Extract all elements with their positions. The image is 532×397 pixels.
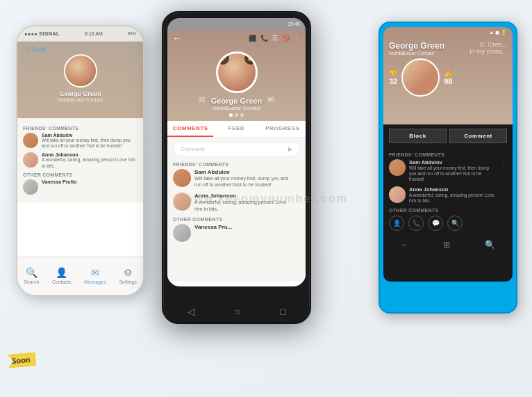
ios-signal: ●●●● SIGNAL <box>24 31 60 36</box>
android-tab-progress[interactable]: PROGRESS <box>260 121 306 137</box>
wp-name-row: George Green NumbBuster Contact G. Gree.… <box>383 38 513 58</box>
ios-tab-settings-label: Settings <box>119 279 136 284</box>
ios-comment-text-2: A wonderful, caring, amazing person! Lov… <box>42 157 138 169</box>
ios-comment-block-2: Anna Johanson A wonderful, caring, amazi… <box>42 152 138 169</box>
ios-header: ‹ < Back George Green NumbBuster Contact <box>17 42 143 118</box>
android-dislike-count: 32 <box>199 96 206 103</box>
like-icon: 👍 <box>444 70 452 77</box>
wp-windows-btn[interactable]: ⊞ <box>443 240 450 250</box>
avatar-face <box>65 56 96 86</box>
more-options-icon-1[interactable]: ⋮ <box>293 170 300 178</box>
ios-commenter-avatar-2 <box>23 152 38 168</box>
power-btn <box>143 89 144 113</box>
ios-other-comment-1: Vanessa Prutto <box>23 179 138 195</box>
ios-comment-2: Anna Johanson A wonderful, caring, amazi… <box>23 152 138 169</box>
messages-icon: ✉ <box>91 267 99 278</box>
android-page-dots <box>229 113 244 117</box>
android-comment-2: Anna Johanson A wonderful, caring, amazi… <box>173 193 300 213</box>
android-comment-text-1: Will take all your money first, dump you… <box>194 175 290 189</box>
wp-dislike-count: 32 <box>389 77 397 86</box>
ios-comment-block-1: Sam Abdulov Will take all your money fir… <box>42 133 138 149</box>
list-icon: ☰ <box>272 35 278 42</box>
android-comment-input-area[interactable]: Comment ▶ <box>173 142 300 156</box>
android-header-icons: ⬛ 📞 ☰ 🚫 ⋮ <box>249 35 300 42</box>
search-icon: 🔍 <box>26 267 38 278</box>
wp-search-bottom-btn[interactable]: 🔍 <box>485 240 495 250</box>
wp-other-section: OTHER COMMENTS <box>389 208 507 213</box>
ios-tab-messages[interactable]: ✉ Messages <box>84 267 106 284</box>
ios-contact-name: George Green <box>59 90 101 97</box>
android-status-bar: 15:45 <box>167 18 306 31</box>
wp-comment-block-1: Sam Abdulov Will take all your money fir… <box>409 159 497 183</box>
wp-name-truncated: G. Gree... <box>469 41 507 48</box>
wp-more-icon-2[interactable]: ⋮ <box>500 186 507 194</box>
ios-tab-contacts-label: Contacts <box>52 279 72 284</box>
wp-person-icon[interactable]: 👤 <box>389 216 404 231</box>
dot-2 <box>235 113 238 117</box>
wp-back-btn[interactable]: ← <box>401 240 409 250</box>
dislike-badge: 👎 <box>217 52 229 65</box>
android-comment-author-2: Anna Johanson <box>194 193 290 199</box>
ios-contact-subtitle: NumbBuster Contact <box>58 97 103 102</box>
android-tab-comments[interactable]: COMMENTS <box>167 121 213 137</box>
android-tabs: COMMENTS FEED PROGRESS <box>167 121 306 138</box>
ios-time: 8:16 AM <box>85 31 103 36</box>
ios-tab-settings[interactable]: ⚙ Settings <box>119 267 136 284</box>
ios-commenter-avatar-1 <box>23 133 38 148</box>
ios-tab-contacts[interactable]: 👤 Contacts <box>52 267 72 284</box>
ios-other-block-1: Vanessa Prutto <box>42 179 77 195</box>
wp-header: ▲ ◼ 🔋 George Green NumbBuster Contact G.… <box>383 27 513 124</box>
wp-dislike-block: 👎 32 <box>389 70 397 86</box>
settings-icon: ⚙ <box>124 267 133 278</box>
ios-other-avatar-1 <box>23 179 38 195</box>
android-back-icon[interactable]: ← <box>173 33 181 43</box>
wp-status-icons: ▲ ◼ 🔋 <box>489 30 507 35</box>
wp-comment-button[interactable]: Comment <box>449 129 507 143</box>
ios-comment-author-1: Sam Abdulov <box>42 133 138 138</box>
android-comment-block-2: Anna Johanson A wonderful, caring, amazi… <box>194 193 290 213</box>
wp-avatar-row: 👎 32 👍 98 <box>383 58 513 97</box>
android-other-author: Vanessa Pru... <box>194 224 300 230</box>
wp-status-bar: ▲ ◼ 🔋 <box>383 27 513 38</box>
ios-other-section: OTHER COMMENTS <box>23 172 138 177</box>
android-commenter-avatar-1 <box>173 169 191 187</box>
ios-back-button[interactable]: ‹ < Back <box>23 46 46 53</box>
ios-phone: ●●●● SIGNAL 8:16 AM 90% ‹ < Back George … <box>16 25 144 296</box>
contacts-icon: 👤 <box>56 267 67 278</box>
wp-name-block: George Green NumbBuster Contact <box>389 41 465 56</box>
wp-search-icon[interactable]: 🔍 <box>447 216 463 231</box>
wp-like-count: 98 <box>444 77 452 86</box>
android-comment-author-1: Sam Abdulov <box>194 169 290 175</box>
android-header: ← ⬛ 📞 ☰ 🚫 ⋮ 👎 👍 <box>167 31 306 121</box>
scene: www.keepmynumber.com ●●●● SIGNAL 8:16 AM… <box>2 4 530 394</box>
wp-comment-text-1: Will take all your money first, then dum… <box>409 165 497 183</box>
android-comment-1: Sam Abdulov Will take all your money fir… <box>173 169 300 189</box>
android-friends-section: FRIENDS' COMMENTS <box>173 162 300 167</box>
wp-commenter-avatar-1 <box>389 159 406 176</box>
more-options-icon-2[interactable]: ⋮ <box>293 194 300 202</box>
wp-block-button[interactable]: Block <box>389 129 447 143</box>
wp-comment-block-2: Anna Johanson A wonderful, caring, amazi… <box>409 186 497 204</box>
dot-3 <box>240 113 244 117</box>
wp-phone-icon[interactable]: 📞 <box>408 216 424 231</box>
more-icon: ⋮ <box>294 35 300 42</box>
wp-friends-section: FRIENDS' COMMENTS <box>389 152 507 157</box>
wp-comment-1: Sam Abdulov Will take all your money fir… <box>389 159 507 183</box>
wp-contact-name-short: G. Gree... In my conta... <box>469 41 507 55</box>
android-tab-feed[interactable]: FEED <box>213 121 259 137</box>
ios-screen: ‹ < Back George Green NumbBuster Contact… <box>17 42 143 257</box>
wp-bottom-bar: ← ⊞ 🔍 <box>383 234 513 255</box>
wp-message-icon[interactable]: 💬 <box>428 216 443 231</box>
like-badge: 👍 <box>244 52 257 65</box>
send-icon[interactable]: ▶ <box>288 146 292 152</box>
ios-other-author-1: Vanessa Prutto <box>42 179 77 184</box>
dot-1 <box>229 113 233 117</box>
android-contact-subtitle: NumbBuster Contact <box>213 105 261 111</box>
wp-more-icon-1[interactable]: ⋮ <box>500 159 507 167</box>
ios-tab-bar: 🔍 Search 👤 Contacts ✉ Messages ⚙ Setting… <box>17 257 143 295</box>
android-avatar: 👎 👍 <box>216 51 258 93</box>
android-comment-text-2: A wonderful, caring, amazing person! Lov… <box>194 199 290 213</box>
ios-tab-search[interactable]: 🔍 Search <box>24 267 39 284</box>
dislike-icon: 👎 <box>389 70 397 77</box>
block-icon: 🚫 <box>282 35 290 42</box>
